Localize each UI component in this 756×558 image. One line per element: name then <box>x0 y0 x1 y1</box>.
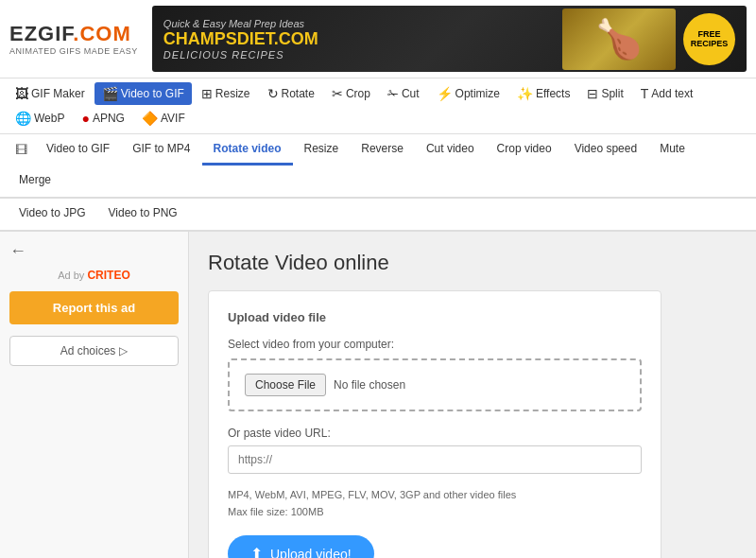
nav-resize[interactable]: ⊞ Resize <box>194 82 258 105</box>
ad-line2: CHAMPSDIET.COM <box>163 29 555 49</box>
sidebar: ← Ad by CRITEO Report this ad Ad choices… <box>0 232 189 558</box>
file-types-info: MP4, WebM, AVI, MPEG, FLV, MOV, 3GP and … <box>228 487 642 520</box>
logo-text: EZGIF.COM <box>9 22 138 46</box>
nav2-crop-video[interactable]: Crop video <box>486 134 563 166</box>
add-text-icon: T <box>641 86 649 101</box>
nav-video-to-gif[interactable]: 🎬 Video to GIF <box>94 82 192 105</box>
main-content: Rotate Video online Upload video file Se… <box>189 232 756 558</box>
report-ad-button[interactable]: Report this ad <box>9 291 179 324</box>
nav-bar-secondary-row2: Video to JPG Video to PNG <box>0 199 756 232</box>
nav2-video-to-jpg[interactable]: Video to JPG <box>8 199 97 230</box>
nav-label: Cut <box>402 87 420 100</box>
split-icon: ⊟ <box>587 86 598 101</box>
nav-rotate[interactable]: ↻ Rotate <box>260 82 322 105</box>
nav2-label: Video to PNG <box>109 206 178 219</box>
ad-brand: CRITEO <box>87 269 129 282</box>
ad-line1: Quick & Easy Meal Prep Ideas <box>163 18 555 29</box>
nav-label: Split <box>601 87 623 100</box>
nav2-label: Rotate video <box>214 142 282 155</box>
nav-cut[interactable]: ✁ Cut <box>380 82 427 105</box>
ad-banner[interactable]: Quick & Easy Meal Prep Ideas CHAMPSDIET.… <box>152 6 747 72</box>
back-arrow[interactable]: ← <box>9 241 179 261</box>
ad-line3: DELICIOUS RECIPES <box>163 49 555 61</box>
nav2-label: Reverse <box>361 142 404 155</box>
nav-label: Effects <box>536 87 570 100</box>
no-file-label: No file chosen <box>334 378 405 392</box>
nav-gif-maker[interactable]: 🖼 GIF Maker <box>8 82 93 105</box>
nav2-rotate-video[interactable]: Rotate video <box>202 134 293 166</box>
crop-icon: ✂ <box>332 86 343 101</box>
nav-label: AVIF <box>161 112 185 125</box>
select-from-computer-label: Select video from your computer: <box>228 338 642 351</box>
nav-effects[interactable]: ✨ Effects <box>509 82 577 105</box>
nav-apng[interactable]: ● APNG <box>74 107 131 130</box>
effects-icon: ✨ <box>517 86 533 101</box>
nav2-video-speed[interactable]: Video speed <box>563 134 649 166</box>
ad-badge: FREE RECIPES <box>683 13 735 65</box>
food-icon: 🍗 <box>595 17 643 61</box>
gif-maker-icon: 🖼 <box>15 86 28 101</box>
file-types-line1: MP4, WebM, AVI, MPEG, FLV, MOV, 3GP and … <box>228 487 642 504</box>
upload-icon: ⬆ <box>250 545 263 558</box>
nav-split[interactable]: ⊟ Split <box>579 82 630 105</box>
nav2-label: Crop video <box>497 142 552 155</box>
ad-by-label: Ad by CRITEO <box>9 269 179 282</box>
upload-section-label: Upload video file <box>228 310 642 324</box>
ad-badge-line1: FREE <box>697 29 720 39</box>
choose-file-button[interactable]: Choose File <box>245 374 326 396</box>
optimize-icon: ⚡ <box>437 86 453 101</box>
nav-add-text[interactable]: T Add text <box>633 82 701 105</box>
upload-btn-label: Upload video! <box>270 547 352 558</box>
webp-icon: 🌐 <box>15 111 31 126</box>
nav-label: WebP <box>34 112 64 125</box>
file-types-line2: Max file size: 100MB <box>228 504 642 521</box>
url-label: Or paste video URL: <box>228 427 642 440</box>
nav2-label: Mute <box>660 142 685 155</box>
nav2-video-to-gif[interactable]: Video to GIF <box>35 134 121 166</box>
nav-label: Add text <box>651 87 693 100</box>
nav-label: GIF Maker <box>31 87 85 100</box>
cut-icon: ✁ <box>387 86 399 101</box>
ad-badge-line2: RECIPES <box>691 39 729 48</box>
ad-choices-icon: ▷ <box>119 344 128 357</box>
nav-label: Optimize <box>455 87 500 100</box>
nav2-label: Video speed <box>575 142 638 155</box>
ad-food-image: 🍗 <box>562 9 676 70</box>
nav2-mute[interactable]: Mute <box>648 134 696 166</box>
ad-choices-label: Ad choices <box>60 344 116 357</box>
nav2-cut-video[interactable]: Cut video <box>415 134 486 166</box>
file-drop-area: Choose File No file chosen <box>228 358 642 411</box>
ad-choices-button[interactable]: Ad choices ▷ <box>9 336 179 366</box>
video-to-gif-icon: 🎬 <box>102 86 118 101</box>
film-icon: 🎞 <box>8 134 35 166</box>
ad-text: Quick & Easy Meal Prep Ideas CHAMPSDIET.… <box>163 18 555 61</box>
nav-bar-secondary: 🎞 Video to GIF GIF to MP4 Rotate video R… <box>0 134 756 199</box>
main-wrapper: ← Ad by CRITEO Report this ad Ad choices… <box>0 232 756 558</box>
nav2-gif-to-mp4[interactable]: GIF to MP4 <box>121 134 201 166</box>
nav2-video-to-png[interactable]: Video to PNG <box>97 199 189 230</box>
nav-webp[interactable]: 🌐 WebP <box>8 107 72 130</box>
page-title: Rotate Video online <box>208 251 737 275</box>
nav-label: Crop <box>346 87 370 100</box>
nav-label: Resize <box>215 87 250 100</box>
upload-card: Upload video file Select video from your… <box>208 290 662 558</box>
nav2-resize[interactable]: Resize <box>293 134 351 166</box>
nav-avif[interactable]: 🔶 AVIF <box>134 107 193 130</box>
avif-icon: 🔶 <box>142 111 158 126</box>
nav-bar-primary: 🖼 GIF Maker 🎬 Video to GIF ⊞ Resize ↻ Ro… <box>0 78 756 134</box>
nav-label: Video to GIF <box>121 87 184 100</box>
url-input[interactable] <box>228 445 642 474</box>
nav2-label: Video to JPG <box>19 206 86 219</box>
logo-subtitle: ANIMATED GIFS MADE EASY <box>9 46 138 56</box>
upload-button[interactable]: ⬆ Upload video! <box>228 535 374 558</box>
nav2-label: Video to GIF <box>46 142 110 155</box>
nav2-reverse[interactable]: Reverse <box>350 134 415 166</box>
nav-label: Rotate <box>282 87 315 100</box>
nav-crop[interactable]: ✂ Crop <box>324 82 378 105</box>
apng-icon: ● <box>81 111 89 126</box>
nav2-merge[interactable]: Merge <box>8 166 62 197</box>
nav2-label: Resize <box>304 142 339 155</box>
header: EZGIF.COM ANIMATED GIFS MADE EASY Quick … <box>0 0 756 78</box>
nav-optimize[interactable]: ⚡ Optimize <box>429 82 507 105</box>
logo-accent: .COM <box>73 22 130 45</box>
